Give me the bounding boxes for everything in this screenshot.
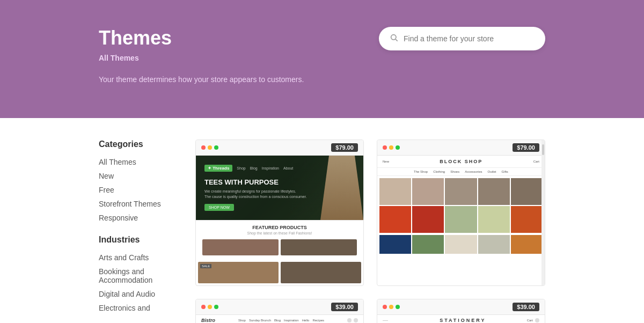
sidebar-item-free[interactable]: Free [99, 186, 174, 194]
page-title: Themes [99, 27, 304, 49]
bistro-nav-link-1: Shop [238, 319, 246, 322]
threads-banner-1: SALE [198, 262, 279, 283]
bistro-nav: Bistro Shop Sunday Brunch Blog Inspirati… [196, 315, 363, 323]
blockshop-img-2 [412, 178, 444, 205]
window-dots-stationery [383, 305, 400, 309]
theme-preview-stationery: STATIONERY Cart BEAUTIFUL PAPER GOODS [377, 315, 545, 323]
dot-green [214, 145, 218, 150]
threads-headline: TEES WITH PURPOSE [204, 178, 307, 187]
threads-logo: ✦ Threads [204, 165, 232, 172]
bistro-icon-cart [354, 318, 358, 322]
stationery-nav: STATIONERY Cart [377, 315, 545, 323]
dot-red-blockshop [383, 145, 387, 150]
threads-nav-links: Shop Blog Inspiration About [237, 166, 293, 170]
threads-nav-link-4: About [283, 166, 293, 170]
price-badge-blockshop: $79.00 [513, 143, 539, 152]
sidebar-item-storefront[interactable]: Storefront Themes [99, 200, 174, 208]
dot-red [201, 145, 206, 150]
blockshop-title: BLOCK SHOP [440, 159, 482, 164]
header-left: Themes All Themes Your theme determines … [99, 27, 304, 84]
blockshop-row2-img-4 [478, 235, 510, 254]
theme-card-stationery[interactable]: $39.00 STATIONERY Cart [377, 299, 545, 323]
bistro-icon-search [347, 318, 352, 322]
theme-preview-bistro: Bistro Shop Sunday Brunch Blog Inspirati… [196, 315, 363, 323]
sidebar-item-bookings[interactable]: Bookings and Accommodation [99, 267, 174, 284]
bistro-nav-link-4: Inspiration [284, 319, 299, 322]
search-input[interactable] [404, 34, 535, 43]
blockshop-subnav-gifts: Gifts [502, 170, 508, 173]
stationery-logo: STATIONERY [440, 318, 486, 323]
bistro-icons [347, 318, 358, 322]
blockshop-row2 [377, 235, 545, 256]
featured-desc: Shop the latest on these Fall Fashions! [202, 231, 357, 235]
bistro-nav-link-2: Sunday Brunch [249, 319, 271, 322]
blockshop-subnav-shop: The Shop [414, 170, 428, 173]
dot-yellow [208, 145, 212, 150]
sidebar-item-digital[interactable]: Digital and Audio [99, 290, 174, 298]
sidebar: Categories All Themes New Free Storefron… [99, 140, 174, 323]
threads-product-row [202, 239, 357, 255]
threads-second-row: SALE [196, 260, 363, 285]
blockshop-subnav: The Shop Clothing Shoes Accessories Outl… [377, 168, 545, 176]
blockshop-row2-img-5 [511, 235, 543, 254]
stationery-nav-link: Cart [527, 319, 533, 322]
threads-model-figure [320, 156, 363, 220]
threads-product-img-2 [281, 239, 357, 255]
search-box[interactable] [379, 27, 545, 50]
theme-card-bistro[interactable]: $39.00 Bistro Shop Sunday Brunch Blog In… [195, 299, 364, 323]
threads-hero: ✦ Threads Shop Blog Inspiration About TE… [196, 156, 363, 220]
search-container [379, 27, 545, 50]
stationery-icon [535, 318, 539, 322]
sidebar-item-arts[interactable]: Arts and Crafts [99, 253, 174, 262]
header-subtitle: All Themes [99, 54, 304, 62]
dot-red-bistro [201, 305, 206, 309]
price-badge-threads: $79.00 [331, 143, 358, 152]
stationery-nav-right: Cart [527, 318, 539, 322]
sidebar-item-all-themes[interactable]: All Themes [99, 158, 174, 166]
dot-yellow-blockshop [389, 145, 393, 150]
blockshop-nav-link-new: New [383, 160, 389, 163]
blockshop-img-6 [379, 206, 411, 233]
bistro-nav-link-3: Blog [274, 319, 281, 322]
dot-red-stationery [383, 305, 387, 309]
blockshop-subnav-clothing: Clothing [433, 170, 445, 173]
window-dots [201, 145, 218, 150]
theme-preview-blockshop: New BLOCK SHOP Cart The Shop Clothing Sh… [377, 156, 545, 263]
window-dots-blockshop [383, 145, 400, 150]
dot-green-bistro [214, 305, 218, 309]
blockshop-subnav-shoes: Shoes [450, 170, 459, 173]
categories-title: Categories [99, 140, 174, 149]
svg-point-0 [391, 35, 396, 40]
search-icon [390, 33, 398, 44]
blockshop-img-10 [511, 206, 543, 233]
bistro-logo: Bistro [201, 318, 215, 323]
threads-product-img-1 [202, 239, 279, 255]
bistro-content: Bistro Shop Sunday Brunch Blog Inspirati… [196, 315, 363, 323]
sidebar-item-responsive[interactable]: Responsive [99, 214, 174, 222]
sale-label: SALE [200, 264, 211, 268]
window-dots-bistro [201, 305, 218, 309]
blockshop-nav-right: Cart [533, 160, 539, 163]
theme-card-header-stationery: $39.00 [377, 299, 545, 315]
theme-preview-threads: ✦ Threads Shop Blog Inspiration About TE… [196, 156, 363, 285]
industries-title: Industries [99, 235, 174, 245]
theme-card-header-bistro: $39.00 [196, 299, 363, 315]
scrollbar-indicator [541, 156, 545, 263]
blockshop-img-4 [478, 178, 510, 205]
blockshop-row2-img-1 [379, 235, 411, 254]
theme-card-header-blockshop: $79.00 [377, 140, 545, 156]
theme-card-threads[interactable]: $79.00 ✦ Threads Shop Blog Inspiration [195, 140, 364, 286]
price-badge-stationery: $39.00 [513, 303, 539, 311]
blockshop-subnav-accessories: Accessories [465, 170, 482, 173]
sidebar-item-new[interactable]: New [99, 172, 174, 180]
theme-card-blockshop[interactable]: $79.00 New BLOCK SHOP Cart The Shop [377, 140, 545, 286]
blockshop-img-3 [445, 178, 477, 205]
svg-line-1 [396, 39, 398, 41]
threads-content: ✦ Threads Shop Blog Inspiration About TE… [196, 156, 316, 219]
dot-green-blockshop [396, 145, 400, 150]
sidebar-item-electronics[interactable]: Electronics and [99, 304, 174, 312]
header-description: Your theme determines how your store app… [99, 75, 304, 84]
blockshop-img-5 [511, 178, 543, 205]
blockshop-nav: New BLOCK SHOP Cart [377, 156, 545, 168]
dot-yellow-stationery [389, 305, 393, 309]
